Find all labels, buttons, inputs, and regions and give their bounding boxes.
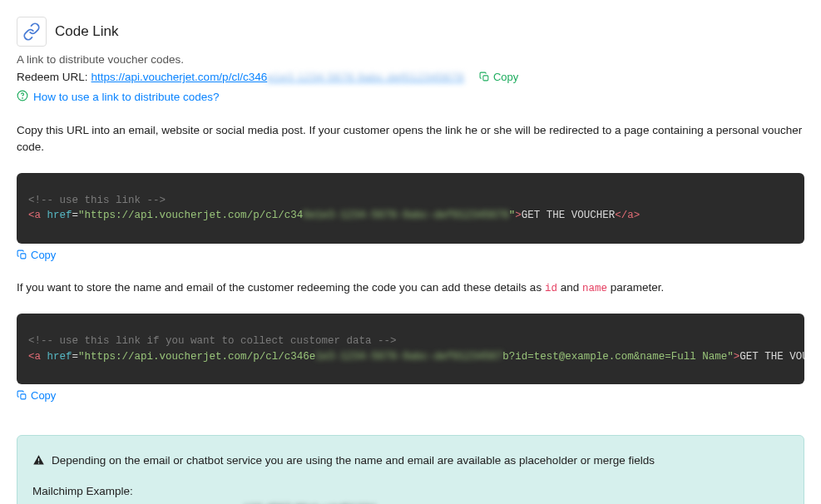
code-block-2: <!-- use this link if you want to collec… — [17, 314, 804, 385]
help-link[interactable]: How to use a link to distribute codes? — [33, 91, 220, 103]
copy-code1-button[interactable]: Copy — [17, 249, 56, 261]
copy-icon — [17, 390, 27, 401]
code-block-1: <!-- use this link --> <a href="https://… — [17, 173, 804, 245]
param-id: id — [545, 283, 557, 294]
copy-label: Copy — [493, 71, 518, 83]
copy-icon — [17, 250, 27, 260]
svg-point-2 — [22, 98, 23, 99]
copy-code2-button[interactable]: Copy — [17, 389, 56, 402]
copy-redeem-button[interactable]: Copy — [479, 71, 518, 83]
svg-rect-0 — [483, 76, 488, 81]
code2-url-visible: https://api.voucherjet.com/p/cl/c346e — [85, 351, 316, 363]
example-label: Mailchimp Example: — [32, 485, 789, 497]
help-row: How to use a link to distribute codes? — [17, 90, 804, 104]
q-open: " — [78, 210, 85, 221]
svg-rect-4 — [21, 394, 26, 399]
code2-url-query: b?id=test@example.com&name=Full Name — [502, 351, 727, 363]
tag-open: < — [28, 210, 35, 221]
header-row: Code Link — [17, 17, 804, 47]
svg-point-6 — [38, 462, 40, 464]
code2-link-text: GET THE VOUCHER — [739, 351, 804, 363]
tag-close-slash: </ — [615, 210, 627, 221]
instruction-para-2: If you want to store the name and email … — [17, 279, 804, 297]
redeem-url-link[interactable]: https://api.voucherjet.com/p/cl/c346e1e3… — [91, 71, 464, 83]
redeem-url-visible: https://api.voucherjet.com/p/cl/c346 — [91, 71, 268, 83]
attr-href: href — [47, 210, 72, 221]
redeem-url-row: Redeem URL: https://api.voucherjet.com/p… — [17, 71, 804, 83]
redeem-url-blurred: e1e3 1234 5678 9abc def012345678 — [267, 71, 464, 83]
code1-link-text: GET THE VOUCHER — [522, 210, 616, 221]
tag-close-a: a — [627, 210, 634, 221]
page-title: Code Link — [55, 23, 119, 40]
info-text: Depending on the email or chatbot servic… — [32, 454, 789, 467]
tag-close-gt: > — [634, 210, 640, 221]
eq: = — [72, 210, 79, 221]
help-icon — [17, 90, 28, 104]
instruction-para-1: Copy this URL into an email, website or … — [17, 122, 804, 156]
copy-icon — [479, 72, 490, 82]
redeem-label: Redeem URL: — [17, 71, 88, 83]
code1-url-visible: https://api.voucherjet.com/p/cl/c34 — [85, 210, 304, 221]
code2-comment: <!-- use this link if you want to collec… — [28, 335, 397, 347]
warning-icon — [32, 454, 45, 467]
copy-label: Copy — [31, 249, 56, 261]
svg-rect-3 — [21, 254, 26, 259]
svg-rect-5 — [38, 458, 39, 462]
info-box: Depending on the email or chatbot servic… — [17, 435, 804, 504]
para2-post: parameter. — [607, 281, 664, 294]
link-icon — [17, 17, 47, 47]
subtitle: A link to distribute voucher codes. — [17, 53, 804, 66]
para2-pre: If you want to store the name and email … — [17, 281, 545, 294]
code2-url-blurred: 1e3-1234-5678-9abc-def01234567 — [315, 351, 502, 363]
para2-and: and — [557, 281, 582, 294]
param-name: name — [582, 283, 607, 294]
copy-label: Copy — [31, 389, 56, 402]
info-line1-text: Depending on the email or chatbot servic… — [52, 454, 655, 467]
code1-comment: <!-- use this link --> — [28, 195, 166, 206]
code1-url-blurred: 6e1e3-1234-5678-9abc-def012345678 — [303, 210, 509, 221]
tag-a: a — [35, 210, 42, 221]
